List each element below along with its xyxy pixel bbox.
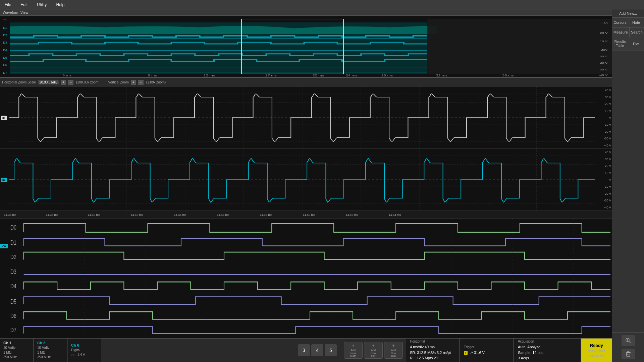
v-zoom-minus[interactable]: −: [138, 80, 144, 85]
num-btn-5[interactable]: 5: [325, 344, 337, 356]
svg-text:32 ms: 32 ms: [436, 74, 447, 77]
time-axis: 14.36 ms 14.38 ms 14.40 ms 14.42 ms 14.4…: [0, 211, 612, 219]
time-tick-5: 14.46 ms: [217, 213, 229, 217]
ch1-panel: C1 40 V30 V20 V10 V0 V -10 V-20 V-30 V-4…: [0, 87, 612, 149]
svg-text:D7: D7: [10, 326, 16, 334]
ready-label: Ready: [590, 343, 603, 348]
h-zoom-minus[interactable]: −: [68, 80, 73, 85]
ov-label-d6: D6: [0, 63, 10, 67]
ch1-label[interactable]: C1: [1, 116, 7, 120]
num-buttons: 3 4 5: [294, 339, 341, 362]
time-tick-3: 14.42 ms: [130, 213, 143, 217]
ch1-info-name: Ch 1: [3, 341, 30, 345]
horizontal-info: Horizontal 4 ms/div 40 ms SR: 312.5 MS/s…: [406, 339, 460, 362]
acq-count: 3 Acqs: [518, 355, 577, 361]
sidebar-cursors[interactable]: Cursors: [612, 18, 628, 27]
ch2-info-name: Ch 2: [37, 341, 64, 345]
trigger-level: 31.6 V: [474, 351, 485, 355]
svg-text:D0: D0: [10, 224, 16, 231]
sidebar-add-new: Add New...: [612, 9, 644, 18]
scale-bar: Horizontal Zoom Scale 20.00 us/div + − (…: [0, 78, 612, 87]
sidebar-search[interactable]: Search: [630, 27, 644, 37]
menu-file[interactable]: File: [3, 2, 13, 8]
svg-text:12 ms: 12 ms: [204, 74, 215, 77]
svg-rect-79: [627, 352, 629, 353]
ov-label-d7: D7: [0, 71, 10, 74]
menu-bar: File Edit Utility Help: [0, 0, 644, 9]
h-zoom-label: Horizontal Zoom Scale: [2, 80, 36, 84]
svg-rect-1: [427, 19, 612, 74]
svg-text:-30 V: -30 V: [599, 55, 608, 58]
svg-text:24 ms: 24 ms: [346, 74, 358, 77]
v-zoom-label: Vertical Zoom: [108, 80, 129, 84]
digital-waveform: D0 D1 D2 D3 D4: [9, 219, 610, 338]
sidebar-zoom-icon[interactable]: [622, 335, 635, 346]
add-new-bus[interactable]: + AddNewBus: [384, 342, 403, 359]
waveform-area: Waveform View T1 D1 D2 D3 D4 D5 D6 D7: [0, 9, 612, 362]
ch2-info-vals: 10 V/div 1 MΩ 350 MHz: [37, 346, 64, 360]
svg-text:3 ms: 3 ms: [62, 74, 72, 77]
sidebar-spacer: [612, 51, 644, 332]
menu-utility[interactable]: Utility: [35, 2, 49, 8]
acq-sample: Sample: 12 bits: [518, 350, 577, 356]
trigger-title: Trigger: [464, 345, 509, 349]
sidebar-bottom: [612, 332, 644, 362]
sidebar-row-3: ResultsTable Plot: [612, 37, 644, 51]
ch6-info: Ch 6 Digital ⌐∟ 1.4 V: [68, 339, 101, 362]
num-btn-3[interactable]: 3: [298, 344, 310, 356]
ready-button[interactable]: Ready 30 Mar 20243:08:39 PM: [581, 339, 612, 362]
svg-rect-77: [627, 353, 630, 356]
time-tick-9: 14.54 ms: [388, 213, 401, 217]
ch2-panel: C2 40 V30 V20 V10 V0 V -10 V-20 V-30 V-4…: [0, 149, 612, 211]
num-btn-4[interactable]: 4: [311, 344, 323, 356]
trigger-ch: 1: [464, 351, 468, 355]
ch2-waveform: [9, 149, 595, 210]
svg-text:20 ms: 20 ms: [313, 74, 324, 77]
bottom-bar: Ch 1 10 V/div 1 MΩ 350 MHz Ch 2 10 V/div…: [0, 338, 612, 362]
channels-area: C1 40 V30 V20 V10 V0 V -10 V-20 V-30 V-4…: [0, 87, 612, 338]
right-sidebar: Add New... Cursors Note Measure Search R…: [612, 9, 644, 362]
menu-help[interactable]: Help: [54, 2, 66, 8]
add-new-ref[interactable]: + AddNewRef: [364, 342, 383, 359]
waveform-view-title: Waveform View: [0, 9, 612, 16]
svg-text:10 V: 10 V: [600, 40, 608, 43]
sidebar-note[interactable]: Note: [628, 18, 644, 27]
overview-waveform: 3 ms 8 ms 12 ms 17 ms 20 ms 24 ms 26 ms …: [10, 16, 612, 77]
menu-edit[interactable]: Edit: [18, 2, 30, 8]
sidebar-measure[interactable]: Measure: [612, 27, 630, 37]
h-zoom-info: (200.00x zoom): [76, 80, 99, 84]
h-zoom-plus[interactable]: +: [61, 80, 66, 85]
h-zoom-value: 20.00 us/div: [38, 80, 59, 84]
sidebar-plot[interactable]: Plot: [628, 37, 644, 51]
ch1-waveform: [9, 87, 595, 148]
svg-text:-20V: -20V: [600, 48, 608, 51]
svg-text:D1: D1: [10, 239, 16, 246]
svg-text:8 ms: 8 ms: [148, 74, 157, 77]
overview-labels: T1 D1 D2 D3 D4 D5 D6 D7: [0, 16, 10, 77]
acquisition-info: Acquisition Auto, Analyze Sample: 12 bit…: [514, 339, 581, 362]
time-tick-7: 14.50 ms: [303, 213, 315, 217]
time-tick-6: 14.48 ms: [260, 213, 272, 217]
svg-text:17 ms: 17 ms: [265, 74, 277, 77]
ov-label-d3: D3: [0, 41, 10, 44]
time-tick-4: 14.44 ms: [174, 213, 186, 217]
ov-label-d5: D5: [0, 56, 10, 59]
sidebar-results-table[interactable]: ResultsTable: [612, 37, 628, 51]
ch2-label[interactable]: C2: [1, 178, 7, 182]
datetime: 30 Mar 20243:08:39 PM: [588, 349, 605, 358]
svg-text:30: 30: [603, 21, 608, 24]
v-zoom-info: (1.00x zoom): [146, 80, 166, 84]
trigger-vals: 1 ↗ 31.6 V: [464, 350, 509, 356]
horizontal-title: Horizontal: [410, 340, 455, 343]
add-new-math[interactable]: + AddNewMath: [344, 342, 363, 359]
time-tick-2: 14.40 ms: [88, 213, 100, 217]
svg-text:-40 V: -40 V: [599, 74, 608, 77]
ov-label-d1: D1: [0, 26, 10, 29]
bottom-spacer: [102, 339, 293, 362]
v-zoom-plus[interactable]: +: [131, 80, 136, 85]
svg-text:D3: D3: [10, 268, 16, 275]
horizontal-val2: SR: 312.5 MS/s 3.2 ns/pt: [410, 350, 455, 356]
svg-text:D4: D4: [10, 283, 16, 290]
svg-text:D5: D5: [10, 298, 16, 305]
sidebar-trash-icon[interactable]: [622, 349, 635, 359]
